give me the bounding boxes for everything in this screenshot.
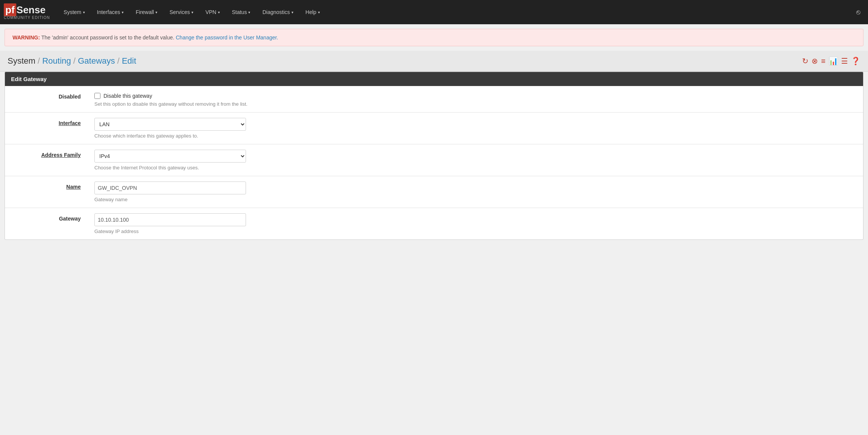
chevron-down-icon: ▾ xyxy=(191,10,193,14)
form-table: Disabled Disable this gateway Set this o… xyxy=(5,86,863,239)
name-control-cell: Gateway name xyxy=(88,176,863,208)
disabled-label: Disabled xyxy=(59,94,81,100)
gateway-label: Gateway xyxy=(59,216,81,222)
interface-control-cell: LAN WAN OPT1 Choose which interface this… xyxy=(88,113,863,144)
nav-item-vpn[interactable]: VPN ▾ xyxy=(199,0,226,24)
nav-menu: System ▾ Interfaces ▾ Firewall ▾ Service… xyxy=(58,0,852,24)
page-content: Edit Gateway Disabled Disable this gatew… xyxy=(0,72,868,247)
edition-label: COMMUNITY EDITION xyxy=(4,16,50,20)
list-icon[interactable]: ☰ xyxy=(841,56,848,66)
warning-label: WARNING: xyxy=(13,34,40,41)
chevron-down-icon: ▾ xyxy=(248,10,250,14)
nav-item-interfaces[interactable]: Interfaces ▾ xyxy=(91,0,130,24)
stop-icon[interactable]: ⊗ xyxy=(812,56,818,66)
nav-logout-icon[interactable]: ⎋ xyxy=(852,8,864,16)
chevron-down-icon: ▾ xyxy=(218,10,220,14)
help-icon[interactable]: ❓ xyxy=(851,56,860,66)
gateway-control-cell: Gateway IP address xyxy=(88,208,863,240)
nav-item-services[interactable]: Services ▾ xyxy=(163,0,199,24)
interface-label[interactable]: Interface xyxy=(59,120,81,126)
address-family-label[interactable]: Address Family xyxy=(41,152,81,158)
disabled-checkbox[interactable] xyxy=(94,93,100,99)
breadcrumb-edit[interactable]: Edit xyxy=(122,56,136,66)
navbar: pfSense COMMUNITY EDITION System ▾ Inter… xyxy=(0,0,868,24)
form-row-address-family: Address Family IPv4 IPv6 Choose the Inte… xyxy=(5,144,863,176)
chevron-down-icon: ▾ xyxy=(318,10,320,14)
chevron-down-icon: ▾ xyxy=(122,10,124,14)
chevron-down-icon: ▾ xyxy=(291,10,293,14)
nav-item-help[interactable]: Help ▾ xyxy=(299,0,326,24)
interface-label-cell: Interface xyxy=(5,113,88,144)
breadcrumb-gateways[interactable]: Gateways xyxy=(78,56,115,66)
breadcrumb: System / Routing / Gateways / Edit xyxy=(8,56,136,66)
pf-bracket: pf xyxy=(4,3,16,16)
sense-text: Sense xyxy=(17,4,46,16)
breadcrumb-routing[interactable]: Routing xyxy=(42,56,71,66)
warning-link[interactable]: Change the password in the User Manager. xyxy=(176,34,278,41)
chevron-down-icon: ▾ xyxy=(83,10,85,14)
form-row-gateway: Gateway Gateway IP address xyxy=(5,208,863,240)
gateway-help-text: Gateway IP address xyxy=(94,228,857,234)
disabled-checkbox-label: Disable this gateway xyxy=(103,93,152,99)
address-family-label-cell: Address Family xyxy=(5,144,88,176)
disabled-label-cell: Disabled xyxy=(5,86,88,113)
nav-item-status[interactable]: Status ▾ xyxy=(226,0,257,24)
warning-message: The 'admin' account password is set to t… xyxy=(41,34,176,41)
brand: pfSense COMMUNITY EDITION xyxy=(4,5,50,20)
name-help-text: Gateway name xyxy=(94,197,857,202)
name-input[interactable] xyxy=(94,182,246,194)
address-family-help-text: Choose the Internet Protocol this gatewa… xyxy=(94,165,857,171)
card-header: Edit Gateway xyxy=(5,72,863,86)
breadcrumb-sep-3: / xyxy=(117,56,119,66)
edit-gateway-card: Edit Gateway Disabled Disable this gatew… xyxy=(5,72,863,240)
name-label[interactable]: Name xyxy=(66,184,81,190)
form-row-disabled: Disabled Disable this gateway Set this o… xyxy=(5,86,863,113)
chevron-down-icon: ▾ xyxy=(155,10,157,14)
breadcrumb-sep-1: / xyxy=(38,56,40,66)
breadcrumb-actions: ↻ ⊗ ≡ 📊 ☰ ❓ xyxy=(802,56,860,66)
disabled-control-cell: Disable this gateway Set this option to … xyxy=(88,86,863,113)
reload-icon[interactable]: ↻ xyxy=(802,56,808,66)
chart-icon[interactable]: 📊 xyxy=(829,56,838,66)
breadcrumb-system: System xyxy=(8,56,35,66)
nav-item-diagnostics[interactable]: Diagnostics ▾ xyxy=(256,0,299,24)
sliders-icon[interactable]: ≡ xyxy=(821,57,826,66)
address-family-control-cell: IPv4 IPv6 Choose the Internet Protocol t… xyxy=(88,144,863,176)
form-row-name: Name Gateway name xyxy=(5,176,863,208)
nav-item-system[interactable]: System ▾ xyxy=(58,0,91,24)
form-row-interface: Interface LAN WAN OPT1 Choose which inte… xyxy=(5,113,863,144)
disabled-checkbox-row: Disable this gateway xyxy=(94,93,857,99)
breadcrumb-bar: System / Routing / Gateways / Edit ↻ ⊗ ≡… xyxy=(0,51,868,72)
disabled-help-text: Set this option to disable this gateway … xyxy=(94,101,857,107)
pfsense-logo: pfSense xyxy=(4,5,45,15)
gateway-label-cell: Gateway xyxy=(5,208,88,240)
name-label-cell: Name xyxy=(5,176,88,208)
breadcrumb-sep-2: / xyxy=(73,56,75,66)
address-family-select[interactable]: IPv4 IPv6 xyxy=(94,150,246,163)
warning-banner: WARNING: The 'admin' account password is… xyxy=(5,29,863,46)
nav-item-firewall[interactable]: Firewall ▾ xyxy=(130,0,163,24)
gateway-input[interactable] xyxy=(94,213,246,226)
interface-help-text: Choose which interface this gateway appl… xyxy=(94,133,857,139)
interface-select[interactable]: LAN WAN OPT1 xyxy=(94,118,246,131)
